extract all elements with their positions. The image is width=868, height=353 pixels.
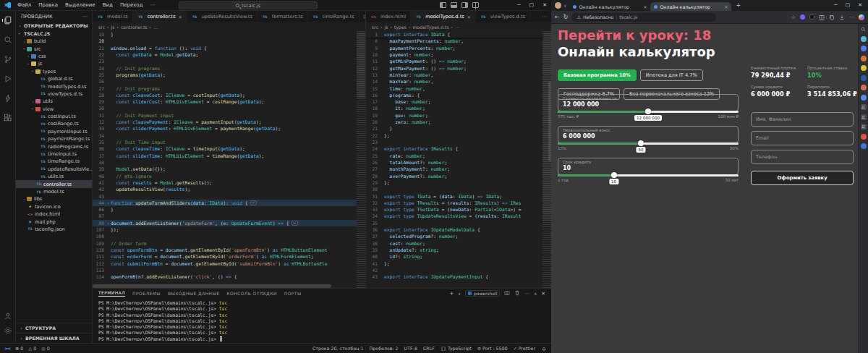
extension-purple-icon[interactable]: [800, 14, 805, 20]
tree-item-model.ts[interactable]: TSmodel.ts: [16, 188, 92, 195]
panel-tab-ВЫХОДНЫЕ ДАННЫЕ[interactable]: ВЫХОДНЫЕ ДАННЫЕ: [168, 291, 219, 296]
terminal-output[interactable]: PS M:\DevChernov\OSPanel\domains\tscalc.…: [93, 298, 551, 342]
source-control-icon[interactable]: [3, 54, 13, 64]
app-navy-icon[interactable]: [861, 75, 867, 81]
breadcrumb-…[interactable]: …: [153, 25, 158, 30]
tree-item-view[interactable]: ›view: [16, 106, 92, 113]
customize-layout-icon[interactable]: [472, 2, 479, 8]
app-teal-icon[interactable]: [861, 36, 867, 42]
editor-tab-modelTypes.d.ts[interactable]: TSmodelTypes.d.ts✕: [411, 11, 476, 22]
tree-item-utils.ts[interactable]: TSutils.ts: [16, 173, 92, 180]
tree-item-viewTypes.d.ts[interactable]: TSviewTypes.d.ts: [16, 90, 92, 98]
search-icon[interactable]: [861, 26, 867, 32]
close-tab-icon[interactable]: ✕: [467, 14, 471, 20]
downloads-icon[interactable]: [839, 14, 845, 20]
status-item-Port : 5500[interactable]: ⊘Port : 5500: [477, 346, 508, 351]
more-icon[interactable]: ⋯: [524, 291, 529, 297]
toggle-secondary-sidebar-icon[interactable]: [461, 2, 468, 8]
tree-item-types[interactable]: ›types: [16, 68, 92, 75]
add-terminal-icon[interactable]: +: [449, 291, 454, 297]
fold-chevron-icon[interactable]: ›: [106, 200, 111, 206]
new-tab-button[interactable]: +: [736, 2, 741, 9]
address-bar[interactable]: ⚠ Небезопасно | tscalc.js: [571, 13, 716, 22]
toggle-sidebar-icon[interactable]: [440, 2, 446, 8]
tree-item-controller.ts[interactable]: TScontroller.ts: [16, 180, 92, 187]
app-red-icon[interactable]: [861, 85, 867, 90]
tree-item-build[interactable]: ›build: [16, 38, 92, 45]
fold-chevron-icon[interactable]: ›: [106, 220, 111, 226]
tree-item-updateResultsVie...[interactable]: TSupdateResultsVie...: [16, 166, 92, 173]
status-error-icon[interactable]: ⊗0: [15, 346, 23, 351]
more-icon[interactable]: ⋯: [542, 14, 547, 20]
app-word-icon[interactable]: [861, 143, 867, 149]
breadcrumb-src[interactable]: src: [372, 25, 378, 30]
editor-tab-formatters.ts[interactable]: TSformatters.ts: [258, 11, 308, 22]
tree-item-src[interactable]: ›src: [16, 45, 92, 52]
menu-item-Правка[interactable]: Правка: [35, 1, 61, 9]
folded-code-icon[interactable]: ⋯: [292, 221, 298, 226]
form-input-Телефон[interactable]: [751, 150, 854, 164]
status-item-Prettier[interactable]: ✓Prettier: [514, 346, 535, 351]
status-broadcast-icon[interactable]: ◎0: [41, 346, 50, 351]
panel-tab-ПРОБЛЕМЫ[interactable]: ПРОБЛЕМЫ: [132, 291, 161, 296]
editor-tab-updateResultsView.ts[interactable]: TSupdateResultsView.ts: [187, 11, 258, 22]
browser-tab[interactable]: Онлайн калькулятор✕: [650, 2, 731, 11]
command-center-search[interactable]: tscalc.js: [179, 1, 318, 9]
breadcrumb-js[interactable]: js: [111, 25, 115, 30]
extension-dark-icon[interactable]: [809, 14, 814, 20]
program-button[interactable]: Базовая программа 10%: [558, 69, 637, 81]
shell-selector[interactable]: powershell: [465, 290, 501, 297]
app-gray-d3-icon[interactable]: Д: [861, 124, 867, 129]
more-icon[interactable]: ⋯: [849, 14, 854, 20]
editor-tab-timeRange.ts[interactable]: TStimeRange.ts: [308, 11, 359, 22]
field-input[interactable]: Первоначальный взнос6 000 000: [558, 126, 739, 143]
tree-item-costInput.ts[interactable]: TScostInput.ts: [16, 113, 92, 120]
maximize-icon[interactable]: ▢: [846, 2, 851, 8]
copilot-icon[interactable]: [859, 14, 864, 20]
status-item-UTF-8[interactable]: UTF-8: [404, 346, 417, 351]
close-tab-icon[interactable]: ✕: [643, 4, 647, 9]
breadcrumb-js[interactable]: js: [385, 25, 388, 30]
editor-tab-index.html[interactable]: <>index.html: [366, 11, 411, 22]
code-editor-controller[interactable]: 19}2021window.onload = function (): void…: [93, 31, 365, 288]
favorites-star-icon[interactable]: ☆: [791, 14, 796, 20]
toggle-panel-icon[interactable]: [451, 2, 457, 8]
breadcrumb-modelTypes.d.ts[interactable]: modelTypes.d.ts: [413, 25, 449, 30]
open-editors-section[interactable]: › ОТКРЫТЫЕ РЕДАКТОРЫ: [16, 22, 92, 30]
slider-track[interactable]: [558, 143, 739, 145]
project-root-section[interactable]: › TSCALC.JS: [16, 30, 92, 38]
panel-tab-КОНСОЛЬ ОТЛАДКИ[interactable]: КОНСОЛЬ ОТЛАДКИ: [226, 291, 276, 296]
status-item[interactable]: [541, 346, 547, 352]
profile-avatar[interactable]: [555, 2, 561, 9]
tree-item-favicon.ico[interactable]: ★favicon.ico: [16, 203, 92, 210]
panel-tab-ТЕРМИНАЛ[interactable]: ТЕРМИНАЛ: [98, 290, 125, 297]
restore-icon[interactable]: ▢: [529, 2, 535, 8]
status-item-CRLF[interactable]: CRLF: [423, 346, 435, 351]
dropdown-chevron-icon[interactable]: ∨: [458, 292, 461, 296]
tree-item-global.d.ts[interactable]: TSglobal.d.ts: [16, 75, 92, 82]
status-warning-icon[interactable]: △0: [28, 346, 36, 351]
tree-item-tsconfig.json[interactable]: TStsconfig.json: [16, 226, 92, 233]
tree-item-mail.php[interactable]: ◉mail.php: [16, 218, 92, 225]
editor-tab-viewTypes.d.ts[interactable]: TSviewTypes.d.ts: [476, 11, 530, 22]
breadcrumb-controller.ts[interactable]: controller.ts: [121, 25, 148, 30]
tree-item-costRange.ts[interactable]: TScostRange.ts: [16, 120, 92, 127]
explorer-more-icon[interactable]: ⋯: [82, 14, 88, 20]
menu-item-Вид[interactable]: Вид: [100, 1, 116, 9]
status-remote-icon[interactable]: ><: [4, 346, 10, 351]
app-yellow-icon[interactable]: [861, 65, 867, 71]
explorer-icon[interactable]: [3, 15, 13, 25]
app-blue-icon[interactable]: [861, 46, 867, 51]
menu-item-Файл[interactable]: Файл: [14, 1, 34, 9]
close-tab-icon[interactable]: ✕: [179, 14, 182, 20]
code-editor-modeltypes[interactable]: 1export interface IData { 8 maxPaymentPe…: [366, 31, 551, 288]
search-icon[interactable]: [3, 35, 13, 45]
close-icon[interactable]: ✕: [542, 2, 547, 8]
collections-icon[interactable]: [829, 14, 835, 20]
breadcrumb-⋯[interactable]: ⋯: [455, 25, 459, 30]
minimap[interactable]: [357, 31, 365, 288]
program-button[interactable]: Ипотека для IT 4.7%: [640, 69, 703, 81]
menu-item-Переход[interactable]: Переход: [117, 1, 146, 9]
form-input-Email[interactable]: [751, 131, 854, 145]
menu-item-⋯[interactable]: ⋯: [147, 1, 158, 9]
